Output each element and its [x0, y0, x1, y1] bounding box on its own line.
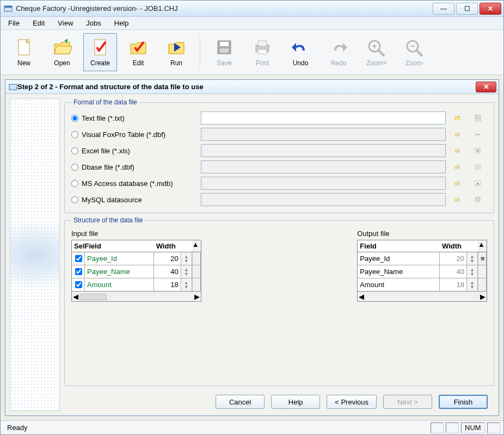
output-col-field[interactable]: Field — [358, 240, 440, 252]
browse-excel-button[interactable] — [450, 144, 464, 157]
radio-foxpro-input[interactable] — [71, 131, 78, 138]
database-icon — [475, 195, 481, 204]
statusbar: Ready NUM — [1, 420, 503, 434]
input-row-0-field[interactable]: Payee_Id — [85, 252, 154, 265]
menu-edit[interactable]: Edit — [29, 18, 48, 28]
tool-new-label: New — [17, 59, 30, 67]
output-row-0-field[interactable]: Payee_Id — [358, 252, 440, 265]
input-row-0-width[interactable]: 20 — [154, 252, 181, 265]
input-vscroll[interactable] — [192, 252, 201, 265]
input-row-0-checkbox[interactable] — [72, 252, 85, 265]
menu-help[interactable]: Help — [111, 18, 132, 28]
input-scroll-up[interactable]: ▲ — [192, 240, 201, 252]
undo-icon — [290, 38, 311, 57]
input-col-width[interactable]: Width — [154, 240, 192, 252]
output-hscroll[interactable]: ◀▶ — [358, 291, 487, 301]
input-table[interactable]: SelField Width ▲ Payee_Id 20 ▲▼ P — [71, 240, 201, 302]
cancel-button[interactable]: Cancel — [216, 395, 265, 409]
help-button[interactable]: Help — [271, 395, 320, 409]
radio-mysql[interactable]: MySQL datasource — [71, 196, 196, 204]
tool-zoomin-label: Zoom+ — [366, 59, 387, 67]
input-row-2-field[interactable]: Amount — [85, 278, 154, 291]
tool-edit[interactable]: Edit — [121, 33, 155, 71]
svg-marker-40 — [455, 182, 459, 185]
radio-excel[interactable]: Excel file (*.xls) — [71, 147, 196, 155]
radio-foxpro-label: Visual FoxPro Table (*.dbf) — [82, 130, 165, 139]
path-excel — [201, 144, 446, 157]
tool-undo[interactable]: Undo — [284, 33, 317, 71]
access-type-button[interactable]: A — [471, 177, 485, 190]
radio-text-file[interactable]: Text file (*.txt) — [71, 114, 196, 122]
output-row-1-width: 40 — [440, 265, 467, 278]
menu-file[interactable]: File — [5, 18, 23, 28]
redo-icon — [328, 38, 349, 57]
browse-access-button[interactable] — [450, 177, 464, 190]
maximize-button[interactable]: ☐ — [456, 3, 478, 15]
dbase-type-button[interactable] — [471, 160, 485, 173]
radio-dbase-input[interactable] — [71, 164, 78, 171]
output-col-width[interactable]: Width — [440, 240, 478, 252]
structure-body: Input file SelField Width ▲ Payee_Id 20 … — [71, 229, 487, 302]
input-row-1-width[interactable]: 40 — [154, 265, 181, 278]
tool-edit-label: Edit — [133, 59, 144, 67]
excel-type-button[interactable] — [471, 144, 485, 157]
minimize-button[interactable]: — — [433, 3, 454, 15]
output-row-1-field[interactable]: Payee_Name — [358, 265, 440, 278]
previous-button[interactable]: < Previous — [327, 395, 377, 409]
tool-new[interactable]: New — [7, 33, 41, 71]
radio-access-input[interactable] — [71, 180, 78, 187]
path-mysql — [201, 193, 446, 206]
svg-marker-25 — [455, 117, 460, 120]
input-row-2-spinner[interactable]: ▲▼ — [181, 278, 192, 291]
menu-jobs[interactable]: Jobs — [83, 18, 104, 28]
preview-text-file-button[interactable] — [471, 111, 485, 125]
menu-view[interactable]: View — [54, 18, 76, 28]
status-pane-1 — [431, 422, 444, 433]
dialog-close-button[interactable]: ✕ — [476, 82, 496, 92]
letter-a-icon: A — [475, 178, 481, 188]
browse-dbase-button[interactable] — [450, 160, 464, 173]
tool-run[interactable]: Run — [159, 33, 193, 71]
tool-run-label: Run — [170, 59, 182, 67]
radio-dbase[interactable]: Dbase file (*.dbf) — [71, 163, 196, 171]
radio-text-file-input[interactable] — [71, 115, 78, 122]
input-row-1-checkbox[interactable] — [72, 265, 85, 278]
zoom-out-icon — [404, 38, 426, 57]
main-window: Cheque Factory -Unregistered version- - … — [0, 0, 504, 435]
titlebar: Cheque Factory -Unregistered version- - … — [1, 1, 503, 17]
mysql-type-button[interactable] — [471, 193, 485, 206]
output-row-2-field[interactable]: Amount — [358, 278, 440, 291]
tool-create[interactable]: Create — [83, 33, 117, 71]
svg-text:A: A — [476, 181, 480, 186]
input-row-0-spinner[interactable]: ▲▼ — [181, 252, 192, 265]
path-text-file[interactable] — [201, 111, 446, 125]
close-button[interactable]: ✕ — [480, 3, 501, 15]
output-vscroll[interactable]: ≡ — [478, 252, 487, 265]
input-row-2-checkbox[interactable] — [72, 278, 85, 291]
input-row-2-width[interactable]: 18 — [154, 278, 181, 291]
create-check-icon — [89, 38, 111, 57]
output-file-column: Output file Field Width ▲ Payee_Id 20 ▲▼… — [357, 229, 487, 302]
input-row-1-field[interactable]: Payee_Name — [85, 265, 154, 278]
finish-button[interactable]: Finish — [439, 395, 488, 409]
radio-mysql-input[interactable] — [71, 196, 78, 203]
radio-foxpro[interactable]: Visual FoxPro Table (*.dbf) — [71, 130, 196, 139]
input-col-selfield[interactable]: SelField — [72, 240, 154, 252]
output-scroll-up[interactable]: ▲ — [478, 240, 487, 252]
radio-text-file-label: Text file (*.txt) — [82, 114, 125, 122]
tool-open[interactable]: Open — [45, 33, 79, 71]
window-title: Cheque Factory -Unregistered version- - … — [16, 4, 433, 13]
radio-access[interactable]: MS Access database (*.mdb) — [71, 179, 196, 188]
tool-zoomout-label: Zoom- — [405, 59, 425, 67]
foxpro-type-button[interactable] — [471, 128, 485, 141]
excel-x-icon — [475, 146, 481, 156]
browse-text-file-button[interactable] — [450, 111, 464, 125]
radio-mysql-label: MySQL datasource — [82, 196, 142, 204]
browse-mysql-button[interactable] — [450, 193, 464, 206]
input-row-1-spinner[interactable]: ▲▼ — [181, 265, 192, 278]
browse-foxpro-button[interactable] — [450, 128, 464, 141]
radio-excel-input[interactable] — [71, 147, 78, 154]
dialog-content: Format of the data file Text file (*.txt… — [64, 98, 494, 411]
input-hscroll[interactable]: ◀▶ — [72, 291, 201, 301]
output-table[interactable]: Field Width ▲ Payee_Id 20 ▲▼ ≡ Payee_Nam… — [357, 240, 487, 302]
